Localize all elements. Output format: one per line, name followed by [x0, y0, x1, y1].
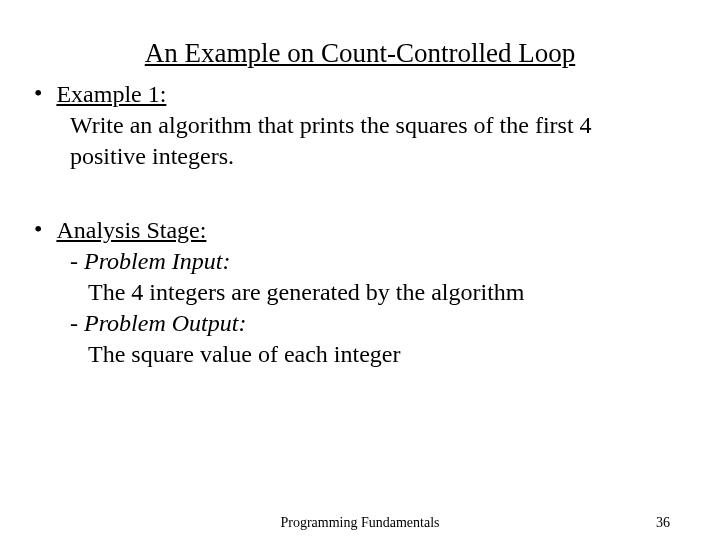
slide-title: An Example on Count-Controlled Loop: [88, 38, 632, 69]
bullet-icon: •: [34, 79, 42, 108]
bullet-row: • Example 1:: [34, 79, 672, 110]
problem-output-label: - Problem Output:: [70, 308, 672, 339]
analysis-section: • Analysis Stage: - Problem Input: The 4…: [48, 215, 672, 371]
problem-output-text: The square value of each integer: [88, 339, 672, 370]
problem-input-text: The 4 integers are generated by the algo…: [88, 277, 672, 308]
problem-input-label: - Problem Input:: [70, 246, 672, 277]
example-body: Write an algorithm that prints the squar…: [70, 110, 672, 172]
example-heading: Example 1:: [56, 79, 166, 110]
bullet-icon: •: [34, 215, 42, 244]
example-section: • Example 1: Write an algorithm that pri…: [48, 79, 672, 173]
analysis-heading: Analysis Stage:: [56, 215, 206, 246]
page-number: 36: [656, 515, 670, 531]
footer-title: Programming Fundamentals: [280, 515, 439, 531]
bullet-row: • Analysis Stage:: [34, 215, 672, 246]
